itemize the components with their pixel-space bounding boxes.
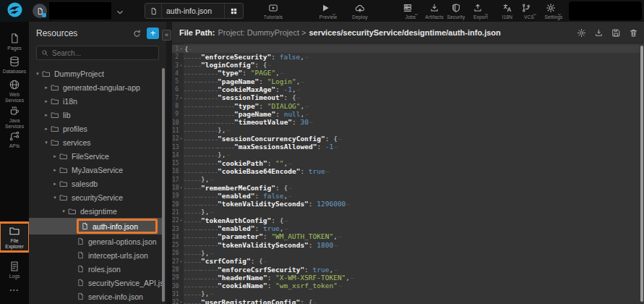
- tree-item-roles-json[interactable]: roles.json: [29, 262, 162, 276]
- tree-collapse-arrow[interactable]: ▾: [51, 195, 59, 200]
- grid-icon[interactable]: [224, 4, 243, 18]
- code-line[interactable]: 29"headerName": "X-WM-XSRF-TOKEN",: [172, 274, 640, 282]
- sidebar-item-databases[interactable]: Databases: [0, 54, 29, 77]
- code-line[interactable]: 1▾{: [172, 45, 640, 53]
- redacted-user-area: [569, 1, 642, 20]
- tree-item-auth-info-json[interactable]: auth-info.json: [29, 218, 162, 235]
- sidebar-item-java-services[interactable]: JavaServices: [0, 103, 29, 131]
- tree-item-fileservice[interactable]: ▸FileService: [29, 149, 162, 163]
- fold-arrow-icon[interactable]: ▾: [179, 62, 184, 69]
- tree-item-securityservice-api-json[interactable]: securityService_API.json: [29, 276, 162, 290]
- topbar-action-settings[interactable]: Settings: [537, 3, 570, 20]
- tree-item-dummyproject[interactable]: ▾DummyProject: [29, 67, 162, 80]
- tree-item-securityservice[interactable]: ▾securityService: [29, 190, 162, 204]
- fold-arrow-icon[interactable]: ▾: [179, 184, 184, 192]
- sidebar-item-apis[interactable]: APIs: [0, 128, 29, 151]
- tree-expand-arrow[interactable]: ▸: [42, 112, 51, 118]
- code-line[interactable]: 3▾"loginConfig": {: [172, 62, 640, 69]
- fold-arrow-icon[interactable]: ▾: [179, 135, 184, 143]
- code-line[interactable]: 19"enabled": false,: [172, 192, 640, 200]
- save-file-button[interactable]: [611, 28, 621, 38]
- code-line[interactable]: 26},: [172, 249, 640, 257]
- tree-expand-arrow[interactable]: ▸: [42, 98, 51, 104]
- sidebar-item-pages[interactable]: Pages: [0, 30, 29, 54]
- fold-arrow-icon[interactable]: ▾: [179, 298, 184, 304]
- code-line[interactable]: 15"cookiePath": "",: [172, 159, 640, 167]
- code-line[interactable]: 9"pageName": null,: [172, 110, 640, 118]
- tree-expand-arrow[interactable]: ▸: [51, 167, 59, 173]
- topbar-action-deploy[interactable]: Deploy: [343, 3, 377, 20]
- tree-collapse-arrow[interactable]: ▾: [42, 140, 51, 145]
- code-line[interactable]: 13"maxSessionsAllowed": -1: [172, 143, 640, 151]
- code-line[interactable]: 6"cookieMaxAge": -1,: [172, 85, 640, 93]
- search-box[interactable]: [36, 46, 159, 60]
- code-line[interactable]: 24"parameter": "WM_AUTH_TOKEN",: [172, 233, 640, 241]
- fold-arrow-icon[interactable]: ▾: [179, 94, 184, 102]
- code-line[interactable]: 27▾"csrfConfig": {: [172, 258, 640, 266]
- sidebar-item-file-explorer[interactable]: FileExplorer: [0, 223, 29, 251]
- fold-arrow-icon[interactable]: ▾: [179, 216, 184, 224]
- code-line[interactable]: 18▾"rememberMeConfig": {: [172, 184, 640, 192]
- sidebar-item-logs[interactable]: Logs: [0, 258, 29, 282]
- code-line[interactable]: 14},: [172, 151, 640, 159]
- tree-expand-arrow[interactable]: ▸: [42, 126, 51, 132]
- delete-file-button[interactable]: [629, 28, 638, 38]
- tree-item-generated-angular-app[interactable]: ▸generated-angular-app: [29, 80, 162, 94]
- code-line[interactable]: 21},: [172, 208, 640, 216]
- code-line[interactable]: 16"cookieBase64Encode": true: [172, 167, 640, 175]
- tree-item-service-info-json[interactable]: service-info.json: [29, 290, 162, 303]
- code-line[interactable]: 2"enforceSecurity": false,: [172, 53, 640, 61]
- code-line[interactable]: 30"cookieName": "wm_xsrf_token": [172, 282, 640, 290]
- add-resource-button[interactable]: +: [147, 28, 159, 39]
- cloud-upload-icon: [355, 3, 365, 13]
- code-line[interactable]: 12▾"sessionConcurrencyConfig": {: [172, 135, 640, 143]
- sidebar-more-button[interactable]: •••: [0, 287, 29, 293]
- tree-collapse-arrow[interactable]: ▾: [59, 208, 68, 214]
- tree-item-intercept-urls-json[interactable]: intercept-urls.json: [29, 248, 162, 262]
- project-icon[interactable]: [33, 4, 47, 18]
- chevron-down-icon[interactable]: [116, 7, 124, 20]
- code-line[interactable]: 23"enabled": true,: [172, 225, 640, 233]
- code-line[interactable]: 10"timeoutValue": 30: [172, 119, 640, 127]
- line-number: 3: [172, 62, 179, 69]
- editor-scrollbar[interactable]: [640, 46, 643, 302]
- code-line[interactable]: 7▾"sessionTimeout": {: [172, 94, 640, 102]
- tree-item-designtime[interactable]: ▾designtime: [29, 204, 162, 218]
- wavemaker-logo[interactable]: [0, 0, 29, 22]
- code-line[interactable]: 25"tokenValiditySeconds": 1800: [172, 241, 640, 249]
- code-line[interactable]: 20"tokenValiditySeconds": 1296000: [172, 200, 640, 208]
- code-line[interactable]: 8"type": "DIALOG",: [172, 102, 640, 110]
- editor-settings-button[interactable]: [577, 28, 586, 38]
- fold-arrow-icon[interactable]: ▾: [179, 258, 184, 266]
- search-input[interactable]: [52, 49, 139, 57]
- refresh-icon[interactable]: [132, 29, 142, 38]
- code-editor[interactable]: 1▾{2"enforceSecurity": false,3▾"loginCon…: [172, 43, 640, 304]
- code-line[interactable]: 11},: [172, 127, 640, 135]
- code-line[interactable]: 17},: [172, 176, 640, 184]
- tree-item-i18n[interactable]: ▸i18n: [29, 94, 162, 108]
- tree-item-general-options-json[interactable]: general-options.json: [29, 235, 162, 248]
- tree-item-myjavaservice[interactable]: ▸MyJavaService: [29, 163, 162, 177]
- code-line[interactable]: 4"type": "PAGE",: [172, 69, 640, 77]
- topbar-action-preview[interactable]: Preview: [312, 3, 345, 20]
- code-line[interactable]: 31},: [172, 290, 640, 298]
- collapse-panel-button[interactable]: «: [162, 30, 171, 41]
- tree-item-services[interactable]: ▾services: [29, 135, 162, 149]
- tree-item-profiles[interactable]: ▸profiles: [29, 122, 162, 135]
- tree-collapse-arrow[interactable]: ▾: [33, 71, 42, 77]
- code-line[interactable]: 5"pageName": "Login",: [172, 77, 640, 85]
- download-file-button[interactable]: [594, 28, 604, 38]
- code-line[interactable]: 22▾"tokenAuthConfig": {: [172, 216, 640, 224]
- tree-expand-arrow[interactable]: ▸: [42, 85, 51, 90]
- code-line[interactable]: 28"enforceCsrfSecurity": true,: [172, 266, 640, 274]
- code-line[interactable]: 32▾"userRegistrationConfig": {: [172, 298, 640, 304]
- tree-item-salesdb[interactable]: ▸salesdb: [29, 177, 162, 190]
- tree-expand-arrow[interactable]: ▸: [51, 153, 59, 159]
- tree-scrollbar[interactable]: [162, 68, 165, 302]
- sidebar-item-web-services[interactable]: WebServices: [0, 77, 29, 105]
- open-file-tab[interactable]: auth-info.json: [145, 3, 244, 19]
- tree-item-lib[interactable]: ▸lib: [29, 108, 162, 122]
- topbar-action-tutorials[interactable]: Tutorials: [257, 3, 290, 20]
- fold-arrow-icon[interactable]: ▾: [179, 45, 184, 53]
- tree-expand-arrow[interactable]: ▸: [51, 181, 59, 187]
